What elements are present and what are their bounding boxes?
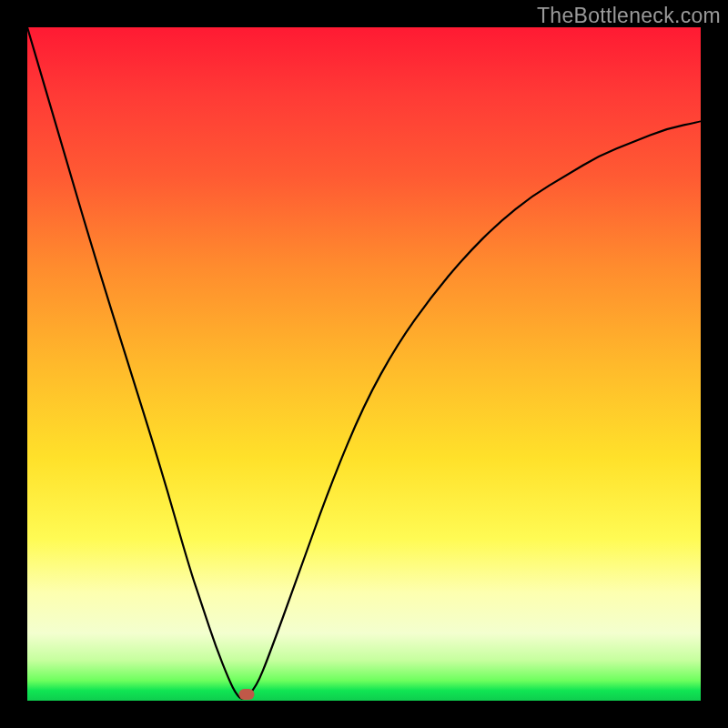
watermark-text: TheBottleneck.com	[537, 4, 721, 28]
chart-stage: TheBottleneck.com	[0, 0, 728, 728]
bottleneck-curve	[27, 27, 701, 699]
curve-layer	[27, 27, 701, 701]
optimal-marker	[238, 689, 254, 700]
plot-area	[27, 27, 701, 701]
